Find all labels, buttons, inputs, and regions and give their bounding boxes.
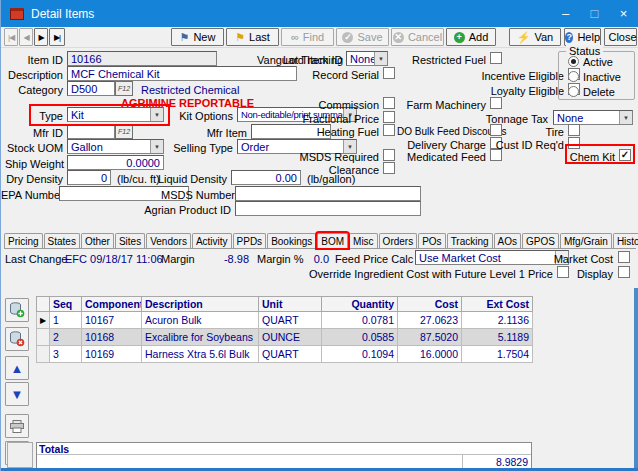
help-button[interactable]: ?Help <box>564 28 601 46</box>
tab-bookings[interactable]: Bookings <box>267 233 316 248</box>
tab-states[interactable]: States <box>44 233 80 248</box>
new-button[interactable]: ⚑New <box>171 28 224 46</box>
table-row[interactable]: 310169Harness Xtra 5.6l BulkQUART0.10941… <box>37 346 533 363</box>
grid-cell[interactable]: 0.0585 <box>322 329 398 346</box>
tab-pricing[interactable]: Pricing <box>4 233 43 248</box>
grid-cell[interactable]: OUNCE <box>259 329 322 346</box>
feed-price-calc-dropdown[interactable]: Use Market Cost <box>415 250 569 265</box>
item-id-field[interactable]: 10166 <box>67 51 217 66</box>
tab-gpos[interactable]: GPOS <box>522 233 559 248</box>
tab-history[interactable]: History <box>613 233 638 248</box>
tab-bom[interactable]: BOM <box>317 233 348 248</box>
category-field[interactable]: D500 <box>67 81 115 96</box>
tab-mfg-grain[interactable]: Mfg/Grain <box>560 233 612 248</box>
lot-tracking-dropdown[interactable]: None <box>346 51 388 66</box>
grid-cell[interactable]: 5.1189 <box>462 329 533 346</box>
clearance-checkbox[interactable] <box>383 162 395 174</box>
row-selector[interactable] <box>37 346 50 363</box>
dry-density-field[interactable]: 0 <box>67 170 111 185</box>
override-ingredient-checkbox[interactable] <box>557 266 569 278</box>
maximize-button[interactable]: □ <box>580 0 609 27</box>
grid-cell[interactable]: 3 <box>50 346 82 363</box>
chem-kit-checkbox[interactable] <box>619 149 631 161</box>
chevron-down-icon[interactable] <box>374 52 387 65</box>
chevron-down-icon[interactable] <box>150 140 163 153</box>
ship-weight-field[interactable]: 0.0000 <box>67 155 164 170</box>
grid-cell[interactable]: 10169 <box>82 346 142 363</box>
row-selector[interactable] <box>37 329 50 346</box>
nav-first-button[interactable]: |◀ <box>4 28 18 46</box>
close-button[interactable]: Close <box>604 28 637 46</box>
column-header-cost[interactable]: Cost <box>398 297 462 312</box>
grid-cell[interactable]: 1.7504 <box>462 346 533 363</box>
column-header-description[interactable]: Description <box>142 297 259 312</box>
cust-id-reqd-checkbox[interactable] <box>568 137 580 149</box>
msds-required-checkbox[interactable] <box>383 149 395 161</box>
column-header-quantity[interactable]: Quantity <box>322 297 398 312</box>
farm-machinery-checkbox[interactable] <box>490 97 502 109</box>
market-cost-checkbox[interactable] <box>618 251 630 263</box>
column-header-component[interactable]: Component <box>82 297 142 312</box>
grid-cell[interactable]: 27.0623 <box>398 312 462 329</box>
grid-cell[interactable]: 87.5020 <box>398 329 462 346</box>
stock-uom-dropdown[interactable]: Gallon <box>67 139 164 154</box>
mfr-id-field[interactable] <box>67 124 115 139</box>
radio-icon[interactable] <box>568 86 579 97</box>
tab-ppds[interactable]: PPDs <box>233 233 267 248</box>
medicated-feed-checkbox[interactable] <box>490 149 502 161</box>
agrian-product-id-field[interactable] <box>235 201 421 216</box>
grid-cell[interactable]: 10167 <box>82 312 142 329</box>
fractional-price-checkbox[interactable] <box>383 111 395 123</box>
grid-cell[interactable]: 2 <box>50 329 82 346</box>
commission-checkbox[interactable] <box>383 97 395 109</box>
minimize-button[interactable]: – <box>551 0 580 27</box>
tire-checkbox[interactable] <box>568 124 580 136</box>
radio-icon[interactable] <box>568 56 579 67</box>
status-radio-active[interactable]: Active <box>568 56 634 67</box>
delete-row-button[interactable] <box>5 327 29 351</box>
heating-fuel-checkbox[interactable] <box>383 124 395 136</box>
tab-tracking[interactable]: Tracking <box>447 233 493 248</box>
do-bulk-feed-discounts-checkbox[interactable] <box>490 124 502 136</box>
radio-icon[interactable] <box>568 71 579 82</box>
tab-aos[interactable]: AOs <box>494 233 521 248</box>
grid-cell[interactable]: 10168 <box>82 329 142 346</box>
status-radio-delete[interactable]: Delete <box>568 86 634 97</box>
chevron-down-icon[interactable] <box>150 108 163 121</box>
chevron-down-icon[interactable] <box>619 111 632 124</box>
close-window-button[interactable]: × <box>609 0 638 27</box>
tab-misc[interactable]: Misc <box>349 233 378 248</box>
last-button[interactable]: ⚑Last <box>226 28 279 46</box>
find-button[interactable]: ∞Find <box>281 28 334 46</box>
column-header-seq[interactable]: Seq <box>50 297 82 312</box>
grid-cell[interactable]: 0.1094 <box>322 346 398 363</box>
row-selector[interactable]: ▶ <box>37 312 50 329</box>
table-row[interactable]: 210168Excalibre for SoybeansOUNCE0.05858… <box>37 329 533 346</box>
liquid-density-field[interactable]: 0.00 <box>231 170 301 185</box>
msds-number-field[interactable] <box>235 186 421 201</box>
restricted-fuel-checkbox[interactable] <box>490 52 502 64</box>
save-button[interactable]: ✓Save <box>336 28 389 46</box>
grid-cell[interactable]: 1 <box>50 312 82 329</box>
mfr-id-lookup-button[interactable]: F12 <box>115 124 133 139</box>
move-row-up-button[interactable]: ▲ <box>5 356 29 380</box>
tab-vendors[interactable]: Vendors <box>146 233 191 248</box>
grid-cell[interactable]: QUART <box>259 346 322 363</box>
add-button[interactable]: +Add <box>446 28 496 46</box>
grid-cell[interactable]: 2.1136 <box>462 312 533 329</box>
column-header-ext-cost[interactable]: Ext Cost <box>462 297 533 312</box>
tab-orders[interactable]: Orders <box>379 233 418 248</box>
grid-cell[interactable]: Excalibre for Soybeans <box>142 329 259 346</box>
type-dropdown[interactable]: Kit <box>67 107 164 122</box>
record-serial-checkbox[interactable] <box>383 67 395 79</box>
grid-cell[interactable]: 16.0000 <box>398 346 462 363</box>
description-field[interactable]: MCF Chemical Kit <box>67 66 297 81</box>
table-row[interactable]: ▶110167Acuron BulkQUART0.078127.06232.11… <box>37 312 533 329</box>
move-row-down-button[interactable]: ▼ <box>5 382 29 406</box>
tonnage-tax-dropdown[interactable]: None <box>553 110 633 125</box>
tab-pos[interactable]: POs <box>418 233 445 248</box>
nav-last-button[interactable]: ▶| <box>49 28 65 46</box>
grid-cell[interactable]: 0.0781 <box>322 312 398 329</box>
tab-other[interactable]: Other <box>81 233 114 248</box>
nav-next-button[interactable]: ▶ <box>34 28 48 46</box>
